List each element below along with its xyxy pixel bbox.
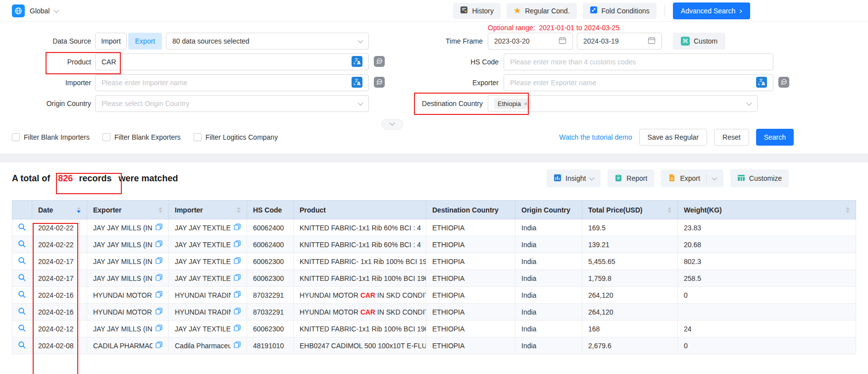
magnifier-icon[interactable] [18, 292, 26, 300]
copy-icon[interactable] [234, 240, 241, 249]
origin-country-select[interactable]: Please select Origin Country [95, 95, 369, 112]
search-button[interactable]: Search [756, 129, 794, 146]
magnifier-icon[interactable] [18, 275, 26, 283]
magnifier-icon[interactable] [18, 225, 26, 233]
filter-logistics-company-checkbox[interactable]: Filter Logitics Company [194, 133, 278, 141]
copy-icon[interactable] [234, 223, 241, 232]
chevron-down-icon [746, 100, 752, 106]
fuzzy-search-icon[interactable] [374, 77, 385, 89]
results-table: Date Exporter Importer HS Code Product D… [12, 200, 856, 354]
customize-button[interactable]: Customize [730, 169, 789, 187]
destination-country-label: Destination Country [389, 100, 483, 107]
cell-total-price: 264,120 [582, 287, 678, 304]
row-detail-cell[interactable] [12, 270, 32, 287]
copy-icon[interactable] [155, 274, 162, 282]
regular-cond-button[interactable]: ★ Regular Cond. [507, 3, 577, 19]
translate-icon[interactable]: 文A [352, 56, 362, 68]
filter-blank-importers-checkbox[interactable]: Filter Blank Importers [12, 133, 90, 141]
translate-icon[interactable]: 文A [352, 77, 362, 89]
advanced-search-button[interactable]: Advanced Search › [673, 2, 750, 19]
history-button[interactable]: History [453, 3, 501, 19]
sort-icons[interactable] [73, 207, 81, 213]
cell-exporter: CADILA PHARMACEUT [87, 337, 169, 354]
header-importer[interactable]: Importer [169, 201, 247, 219]
row-detail-cell[interactable] [12, 304, 32, 321]
hs-code-field [504, 53, 773, 70]
remove-chip-icon[interactable]: × [524, 100, 528, 107]
sort-icons[interactable] [842, 207, 850, 213]
cell-exporter: JAY JAY MILLS (INDI [87, 321, 169, 337]
save-as-regular-button[interactable]: Save as Regular [639, 129, 708, 146]
hs-code-input[interactable] [510, 58, 767, 66]
sort-icons[interactable] [664, 207, 671, 213]
copy-icon[interactable] [234, 291, 241, 299]
row-detail-cell[interactable] [12, 337, 32, 354]
product-input[interactable] [102, 58, 352, 66]
exporter-input[interactable] [510, 79, 756, 87]
fold-conditions-button[interactable]: Fold Conditions [583, 3, 657, 19]
copy-icon[interactable] [155, 308, 162, 316]
copy-icon[interactable] [234, 341, 241, 350]
data-sources-select[interactable]: 80 data sources selected [166, 33, 369, 50]
cell-total-price: 5,455.65 [582, 253, 678, 270]
copy-icon[interactable] [234, 308, 241, 316]
copy-icon[interactable] [155, 240, 162, 249]
header-weight[interactable]: Weight(KG) [678, 201, 856, 219]
copy-icon[interactable] [234, 324, 241, 333]
chevron-down-icon[interactable] [712, 175, 717, 180]
date-end-input[interactable]: 2024-03-19 [577, 33, 662, 50]
fuzzy-search-icon[interactable] [778, 77, 789, 89]
collapse-form-button[interactable] [381, 119, 403, 130]
copy-icon[interactable] [155, 291, 162, 299]
reset-button[interactable]: Reset [714, 129, 749, 146]
importer-input[interactable] [102, 79, 352, 87]
copy-icon[interactable] [155, 324, 162, 333]
tab-import[interactable]: Import [95, 33, 127, 50]
magnifier-icon[interactable] [18, 259, 26, 267]
magnifier-icon[interactable] [18, 242, 26, 250]
sort-icons[interactable] [233, 207, 241, 213]
region-selector[interactable]: Global [12, 4, 58, 17]
filter-blank-exporters-checkbox[interactable]: Filter Blank Exporters [102, 133, 181, 141]
checkbox-icon [194, 133, 202, 141]
magnifier-icon[interactable] [18, 309, 26, 317]
cell-weight: 24 [678, 321, 856, 337]
table-row: 2024-02-08 CADILA PHARMACEUT Cadila Phar… [12, 337, 856, 354]
tab-export[interactable]: Export [128, 33, 162, 50]
fuzzy-search-icon[interactable] [374, 56, 385, 68]
cell-hs-code: 48191010 [247, 337, 294, 354]
product-label: Product [12, 58, 91, 66]
insight-button[interactable]: Insight [547, 169, 601, 187]
cell-weight: 0 [678, 337, 856, 354]
cell-total-price: 168 [582, 321, 678, 337]
copy-icon[interactable] [155, 341, 162, 350]
destination-chip[interactable]: Ethiopia × [494, 99, 531, 109]
row-detail-cell[interactable] [12, 287, 32, 304]
row-detail-cell[interactable] [12, 236, 32, 253]
magnifier-icon[interactable] [18, 326, 26, 334]
export-button[interactable]: Export [661, 169, 723, 187]
copy-icon[interactable] [234, 257, 241, 266]
report-button[interactable]: Report [608, 169, 654, 187]
date-start-input[interactable]: 2023-03-20 [488, 33, 573, 50]
row-detail-cell[interactable] [12, 219, 32, 236]
magnifier-icon[interactable] [18, 343, 26, 351]
header-exporter[interactable]: Exporter [87, 201, 169, 219]
checkbox-icon [12, 133, 20, 141]
row-detail-cell[interactable] [12, 253, 32, 270]
copy-icon[interactable] [155, 257, 162, 266]
destination-country-select[interactable]: Ethiopia × [488, 95, 758, 112]
table-row: 2024-02-17 JAY JAY MILLS (INDI JAY JAY T… [12, 270, 856, 287]
cell-exporter: HYUNDAI MOTOR IND [87, 304, 169, 321]
cell-total-price: 139.21 [582, 236, 678, 253]
translate-icon[interactable]: 文A [756, 77, 767, 89]
sort-icons[interactable] [154, 207, 162, 213]
cell-importer: JAY JAY TEXTILES [169, 219, 247, 236]
copy-icon[interactable] [234, 274, 241, 282]
custom-range-button[interactable]: ⌘ Custom [673, 33, 725, 50]
header-total-price[interactable]: Total Price(USD) [582, 201, 678, 219]
row-detail-cell[interactable] [12, 321, 32, 337]
copy-icon[interactable] [155, 223, 162, 232]
header-date[interactable]: Date [32, 201, 87, 219]
tutorial-link[interactable]: Watch the tutorial demo [559, 133, 632, 141]
